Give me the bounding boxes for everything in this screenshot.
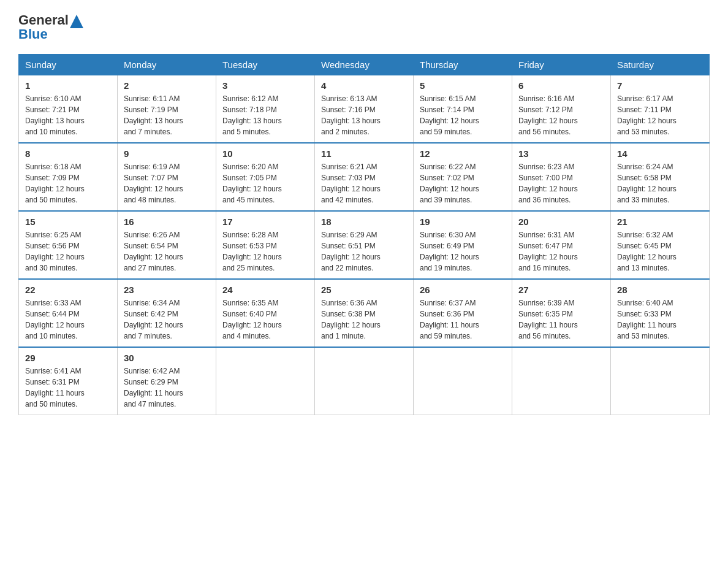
- day-number: 20: [518, 216, 604, 227]
- day-number: 29: [25, 353, 111, 363]
- logo-text-blue: Blue: [18, 27, 48, 42]
- calendar-day-cell: 8Sunrise: 6:18 AMSunset: 7:09 PMDaylight…: [19, 143, 118, 211]
- calendar-day-cell: 9Sunrise: 6:19 AMSunset: 7:07 PMDaylight…: [118, 143, 216, 211]
- day-number: 17: [222, 216, 308, 227]
- day-info: Sunrise: 6:42 AMSunset: 6:29 PMDaylight:…: [124, 366, 210, 410]
- day-number: 14: [617, 148, 703, 159]
- calendar-day-cell: 2Sunrise: 6:11 AMSunset: 7:19 PMDaylight…: [118, 75, 216, 144]
- calendar-day-cell: 6Sunrise: 6:16 AMSunset: 7:12 PMDaylight…: [512, 75, 611, 144]
- day-number: 16: [124, 216, 210, 227]
- day-info: Sunrise: 6:41 AMSunset: 6:31 PMDaylight:…: [25, 366, 111, 410]
- weekday-header-saturday: Saturday: [611, 55, 710, 75]
- calendar-day-cell: 4Sunrise: 6:13 AMSunset: 7:16 PMDaylight…: [315, 75, 414, 144]
- calendar-day-cell: [315, 347, 414, 415]
- calendar-day-cell: 15Sunrise: 6:25 AMSunset: 6:56 PMDayligh…: [19, 211, 118, 279]
- calendar-week-row: 22Sunrise: 6:33 AMSunset: 6:44 PMDayligh…: [19, 279, 710, 347]
- calendar-day-cell: 28Sunrise: 6:40 AMSunset: 6:33 PMDayligh…: [611, 279, 710, 347]
- calendar-week-row: 8Sunrise: 6:18 AMSunset: 7:09 PMDaylight…: [19, 143, 710, 211]
- day-number: 5: [420, 80, 506, 91]
- day-info: Sunrise: 6:26 AMSunset: 6:54 PMDaylight:…: [124, 229, 210, 274]
- day-number: 19: [420, 216, 506, 227]
- day-number: 1: [25, 80, 111, 91]
- calendar-day-cell: [216, 347, 315, 415]
- logo-text-general: General: [18, 13, 69, 28]
- day-info: Sunrise: 6:21 AMSunset: 7:03 PMDaylight:…: [321, 161, 407, 205]
- day-info: Sunrise: 6:20 AMSunset: 7:05 PMDaylight:…: [222, 161, 308, 205]
- day-info: Sunrise: 6:12 AMSunset: 7:18 PMDaylight:…: [222, 93, 308, 137]
- day-info: Sunrise: 6:33 AMSunset: 6:44 PMDaylight:…: [25, 297, 111, 342]
- day-info: Sunrise: 6:35 AMSunset: 6:40 PMDaylight:…: [222, 297, 308, 342]
- weekday-header-sunday: Sunday: [19, 55, 118, 75]
- day-info: Sunrise: 6:11 AMSunset: 7:19 PMDaylight:…: [124, 93, 210, 137]
- day-number: 21: [617, 216, 703, 227]
- calendar-day-cell: 22Sunrise: 6:33 AMSunset: 6:44 PMDayligh…: [19, 279, 118, 347]
- calendar-day-cell: 20Sunrise: 6:31 AMSunset: 6:47 PMDayligh…: [512, 211, 611, 279]
- day-number: 15: [25, 216, 111, 227]
- day-info: Sunrise: 6:24 AMSunset: 6:58 PMDaylight:…: [617, 161, 703, 205]
- day-number: 18: [321, 216, 407, 227]
- calendar-day-cell: 16Sunrise: 6:26 AMSunset: 6:54 PMDayligh…: [118, 211, 216, 279]
- calendar-day-cell: 24Sunrise: 6:35 AMSunset: 6:40 PMDayligh…: [216, 279, 315, 347]
- calendar-day-cell: 29Sunrise: 6:41 AMSunset: 6:31 PMDayligh…: [19, 347, 118, 415]
- day-number: 4: [321, 80, 407, 91]
- calendar-day-cell: 7Sunrise: 6:17 AMSunset: 7:11 PMDaylight…: [611, 75, 710, 144]
- day-number: 9: [124, 148, 210, 159]
- calendar-day-cell: 3Sunrise: 6:12 AMSunset: 7:18 PMDaylight…: [216, 75, 315, 144]
- day-info: Sunrise: 6:18 AMSunset: 7:09 PMDaylight:…: [25, 161, 111, 205]
- calendar-day-cell: 27Sunrise: 6:39 AMSunset: 6:35 PMDayligh…: [512, 279, 611, 347]
- day-info: Sunrise: 6:28 AMSunset: 6:53 PMDaylight:…: [222, 229, 308, 274]
- day-info: Sunrise: 6:13 AMSunset: 7:16 PMDaylight:…: [321, 93, 407, 137]
- calendar-table: SundayMondayTuesdayWednesdayThursdayFrid…: [18, 54, 710, 415]
- day-number: 24: [222, 285, 308, 295]
- day-number: 10: [222, 148, 308, 159]
- weekday-header-monday: Monday: [118, 55, 216, 75]
- calendar-day-cell: 21Sunrise: 6:32 AMSunset: 6:45 PMDayligh…: [611, 211, 710, 279]
- day-info: Sunrise: 6:37 AMSunset: 6:36 PMDaylight:…: [420, 297, 506, 342]
- logo: General Blue: [18, 12, 83, 42]
- day-number: 27: [518, 285, 604, 295]
- calendar-day-cell: 1Sunrise: 6:10 AMSunset: 7:21 PMDaylight…: [19, 75, 118, 144]
- day-info: Sunrise: 6:22 AMSunset: 7:02 PMDaylight:…: [420, 161, 506, 205]
- day-number: 13: [518, 148, 604, 159]
- calendar-day-cell: 12Sunrise: 6:22 AMSunset: 7:02 PMDayligh…: [414, 143, 512, 211]
- calendar-week-row: 15Sunrise: 6:25 AMSunset: 6:56 PMDayligh…: [19, 211, 710, 279]
- day-info: Sunrise: 6:30 AMSunset: 6:49 PMDaylight:…: [420, 229, 506, 274]
- day-info: Sunrise: 6:32 AMSunset: 6:45 PMDaylight:…: [617, 229, 703, 274]
- weekday-header-tuesday: Tuesday: [216, 55, 315, 75]
- calendar-day-cell: 14Sunrise: 6:24 AMSunset: 6:58 PMDayligh…: [611, 143, 710, 211]
- day-info: Sunrise: 6:31 AMSunset: 6:47 PMDaylight:…: [518, 229, 604, 274]
- day-number: 6: [518, 80, 604, 91]
- calendar-day-cell: 5Sunrise: 6:15 AMSunset: 7:14 PMDaylight…: [414, 75, 512, 144]
- day-number: 28: [617, 285, 703, 295]
- page-header: General Blue: [18, 12, 710, 42]
- day-number: 3: [222, 80, 308, 91]
- calendar-day-cell: 18Sunrise: 6:29 AMSunset: 6:51 PMDayligh…: [315, 211, 414, 279]
- calendar-day-cell: 10Sunrise: 6:20 AMSunset: 7:05 PMDayligh…: [216, 143, 315, 211]
- day-info: Sunrise: 6:34 AMSunset: 6:42 PMDaylight:…: [124, 297, 210, 342]
- day-number: 2: [124, 80, 210, 91]
- logo-triangle-icon: [70, 15, 83, 28]
- weekday-header-friday: Friday: [512, 55, 611, 75]
- calendar-day-cell: 13Sunrise: 6:23 AMSunset: 7:00 PMDayligh…: [512, 143, 611, 211]
- calendar-week-row: 29Sunrise: 6:41 AMSunset: 6:31 PMDayligh…: [19, 347, 710, 415]
- calendar-week-row: 1Sunrise: 6:10 AMSunset: 7:21 PMDaylight…: [19, 75, 710, 144]
- day-info: Sunrise: 6:25 AMSunset: 6:56 PMDaylight:…: [25, 229, 111, 274]
- day-number: 26: [420, 285, 506, 295]
- weekday-header-row: SundayMondayTuesdayWednesdayThursdayFrid…: [19, 55, 710, 75]
- weekday-header-wednesday: Wednesday: [315, 55, 414, 75]
- calendar-day-cell: 23Sunrise: 6:34 AMSunset: 6:42 PMDayligh…: [118, 279, 216, 347]
- day-info: Sunrise: 6:17 AMSunset: 7:11 PMDaylight:…: [617, 93, 703, 137]
- day-info: Sunrise: 6:29 AMSunset: 6:51 PMDaylight:…: [321, 229, 407, 274]
- day-number: 8: [25, 148, 111, 159]
- calendar-day-cell: 19Sunrise: 6:30 AMSunset: 6:49 PMDayligh…: [414, 211, 512, 279]
- day-info: Sunrise: 6:23 AMSunset: 7:00 PMDaylight:…: [518, 161, 604, 205]
- day-info: Sunrise: 6:19 AMSunset: 7:07 PMDaylight:…: [124, 161, 210, 205]
- calendar-day-cell: 26Sunrise: 6:37 AMSunset: 6:36 PMDayligh…: [414, 279, 512, 347]
- day-info: Sunrise: 6:40 AMSunset: 6:33 PMDaylight:…: [617, 297, 703, 342]
- day-info: Sunrise: 6:39 AMSunset: 6:35 PMDaylight:…: [518, 297, 604, 342]
- calendar-day-cell: 17Sunrise: 6:28 AMSunset: 6:53 PMDayligh…: [216, 211, 315, 279]
- day-number: 23: [124, 285, 210, 295]
- svg-marker-0: [70, 15, 83, 28]
- day-number: 30: [124, 353, 210, 363]
- day-info: Sunrise: 6:15 AMSunset: 7:14 PMDaylight:…: [420, 93, 506, 137]
